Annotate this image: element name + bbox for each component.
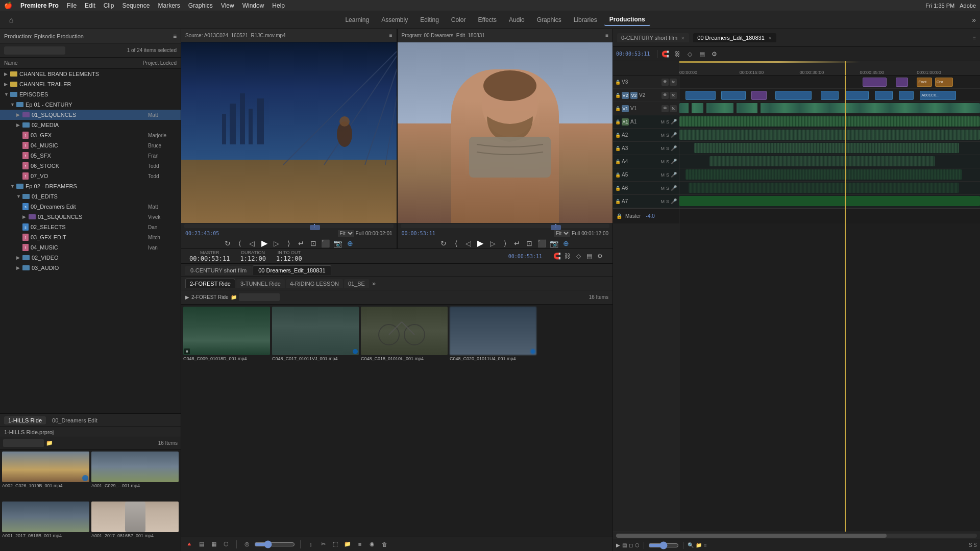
source-btn-loop[interactable]: ↻ (223, 239, 233, 247)
menu-help[interactable]: Help (272, 2, 285, 9)
tl-btn-track[interactable]: ▤ (697, 51, 706, 58)
tl-snap-btn[interactable]: 🧲 (552, 253, 561, 260)
source-btn-next-frame[interactable]: ▷ (272, 239, 282, 247)
toolbar-btn-0[interactable]: 🔺 (184, 541, 194, 547)
track-m-a3[interactable]: M (660, 146, 665, 151)
source-monitor-menu[interactable]: ≡ (389, 33, 393, 38)
prog-btn-add[interactable]: ⊕ (561, 239, 571, 247)
clip-v2-8[interactable]: A001C0... (920, 91, 956, 100)
track-target-v1[interactable]: V1 (622, 105, 629, 112)
thumb-item-0[interactable]: A002_C026_1019B_001.mp4 (2, 452, 89, 499)
track-m-a4[interactable]: M (660, 159, 665, 164)
home-button[interactable]: ⌂ (4, 13, 18, 27)
tab-audio[interactable]: Audio (504, 14, 530, 26)
source-btn-add[interactable]: ⊕ (345, 239, 355, 247)
thumb-item-1[interactable]: A001_C029_...001.mp4 (91, 452, 179, 499)
clip-v3-0[interactable] (863, 78, 887, 87)
menu-file[interactable]: File (67, 2, 77, 9)
timeline-scrollbar[interactable] (613, 532, 980, 539)
folder-icon-btn[interactable]: 📁 (46, 440, 53, 446)
tab-learning[interactable]: Learning (340, 14, 374, 26)
menu-edit[interactable]: Edit (85, 2, 95, 9)
menu-markers[interactable]: Markers (158, 2, 180, 9)
menu-view[interactable]: View (221, 2, 234, 9)
tab-assembly[interactable]: Assembly (376, 14, 413, 26)
prog-btn-export[interactable]: 📷 (549, 239, 559, 247)
source-btn-export[interactable]: 📷 (333, 239, 343, 247)
tree-item-ep02-music[interactable]: f 04_MUSIC Ivan (0, 242, 181, 253)
track-m-a5[interactable]: M (660, 172, 665, 178)
source-fit-select[interactable]: Fit (338, 230, 354, 237)
thumb-item-2[interactable]: A001_2017_0816B_001.mp4 (2, 502, 89, 549)
toolbar-btn-6[interactable]: ≡ (355, 541, 365, 547)
source-btn-play[interactable]: ▶ (259, 238, 270, 248)
toolbar-btn-7[interactable]: ◉ (367, 541, 377, 547)
toolbar-btn-2[interactable]: ▦ (209, 541, 219, 547)
lock-icon-a1[interactable]: 🔒 (615, 119, 620, 124)
workspace-more-button[interactable]: » (972, 16, 976, 24)
tree-item-07-vo[interactable]: f 07_VO Todd (0, 171, 181, 181)
bottom-tab-dreamers-edit[interactable]: 00_Dreamers Edit (48, 416, 102, 424)
tree-item-02-selects[interactable]: s 02_SELECTS Dan (0, 222, 181, 232)
track-source-v2[interactable]: V2 (630, 92, 638, 99)
bin-tab-century[interactable]: 0-CENTURY short film (185, 266, 252, 275)
tab-libraries[interactable]: Libraries (569, 14, 602, 26)
lock-icon-a7[interactable]: 🔒 (615, 199, 620, 204)
bin-clip-tab-0[interactable]: 2-FOREST Ride (185, 279, 235, 288)
tree-item-ep02-sequences[interactable]: ▶ 01_SEQUENCES Vivek (0, 212, 181, 222)
clip-v3-1[interactable] (896, 78, 908, 87)
bin-thumb-1[interactable]: C048_C017_01011VJ_001.mp4 (272, 307, 359, 535)
tl-btn-link[interactable]: ⛓ (673, 51, 682, 58)
source-btn-step-forward[interactable]: ⟩ (284, 239, 294, 247)
bin-thumb-3[interactable]: C048_C020_01011U4_001.mp4 (450, 307, 536, 535)
tree-item-01-sequences[interactable]: ▶ 01_SEQUENCES Matt (0, 110, 181, 120)
program-monitor-menu[interactable]: ≡ (605, 33, 608, 38)
search-input[interactable] (4, 46, 65, 55)
tab-effects[interactable]: Effects (473, 14, 502, 26)
a2-waveform[interactable] (679, 130, 980, 140)
source-btn-camera[interactable]: ⬛ (321, 239, 331, 247)
tl-btn-mark[interactable]: ◇ (685, 51, 694, 58)
ruler-track[interactable]: 00:00:00 00:00:15:00 00:00:30:00 00:00:4… (679, 61, 980, 75)
track-m-a7[interactable]: M (660, 199, 665, 204)
tree-item-02-video[interactable]: ▶ 02_VIDEO (0, 253, 181, 263)
lock-icon-master[interactable]: 🔒 (616, 213, 622, 219)
prog-btn-step-back[interactable]: ⟨ (451, 239, 461, 247)
tbtn-eye-v3[interactable]: 👁 (662, 79, 669, 86)
tree-item-04-music[interactable]: f 04_MUSIC Bruce (0, 140, 181, 151)
tree-item-03-gfx-edit[interactable]: f 03_GFX-EDIT Mitch (0, 232, 181, 242)
lock-icon-a2[interactable]: 🔒 (615, 133, 620, 138)
track-m-a2[interactable]: M (660, 133, 665, 138)
tree-item-ep01[interactable]: ▼ Ep 01 - CENTURY (0, 99, 181, 110)
clip-v2-6[interactable] (875, 91, 893, 100)
source-btn-overlay[interactable]: ⊡ (308, 239, 318, 247)
tree-item-05-sfx[interactable]: f 05_SFX Fran (0, 151, 181, 161)
panel-menu-icon[interactable]: ≡ (173, 33, 177, 40)
a3-waveform[interactable] (694, 143, 959, 153)
a6-waveform[interactable] (689, 183, 959, 193)
timeline-tab-close-0[interactable]: ✕ (681, 36, 685, 41)
apple-logo[interactable]: 🍎 (4, 2, 12, 9)
timeline-tab-century[interactable]: 0-CENTURY short film ✕ (617, 33, 689, 42)
toolbar-btn-5[interactable]: 📁 (342, 541, 353, 547)
menu-graphics[interactable]: Graphics (188, 2, 213, 9)
tl-toolbar-btn-folder[interactable]: 📁 (696, 542, 702, 548)
bin-thumb-2[interactable]: C048_C018_01010L_001.mp4 (361, 307, 448, 535)
timeline-playhead[interactable] (845, 61, 846, 75)
toolbar-btn-4[interactable]: ⬚ (330, 541, 340, 547)
clip-v2-5[interactable] (845, 91, 869, 100)
tl-toolbar-btn-1[interactable]: ▤ (622, 542, 627, 548)
bin-clip-tab-2[interactable]: 4-RIDING LESSON (286, 279, 343, 288)
bin-thumb-0[interactable]: ■ C048_C009_01018D_001.mp4 (183, 307, 270, 535)
tl-toolbar-btn-search[interactable]: 🔍 (688, 542, 694, 548)
tl-settings-btn[interactable]: ⚙ (595, 253, 604, 260)
v1-clip-block[interactable] (679, 103, 980, 113)
track-s-a4[interactable]: S (666, 159, 669, 164)
tl-toolbar-btn-2[interactable]: ◻ (629, 542, 633, 548)
tab-productions[interactable]: Productions (604, 14, 650, 26)
lock-icon-a3[interactable]: 🔒 (615, 146, 620, 151)
clip-v2-3[interactable] (775, 91, 812, 100)
tab-graphics[interactable]: Graphics (532, 14, 567, 26)
timeline-tab-dreamers[interactable]: 00 Dreamers_Edit_180831 ✕ (693, 33, 776, 42)
a4-waveform[interactable] (709, 156, 935, 166)
